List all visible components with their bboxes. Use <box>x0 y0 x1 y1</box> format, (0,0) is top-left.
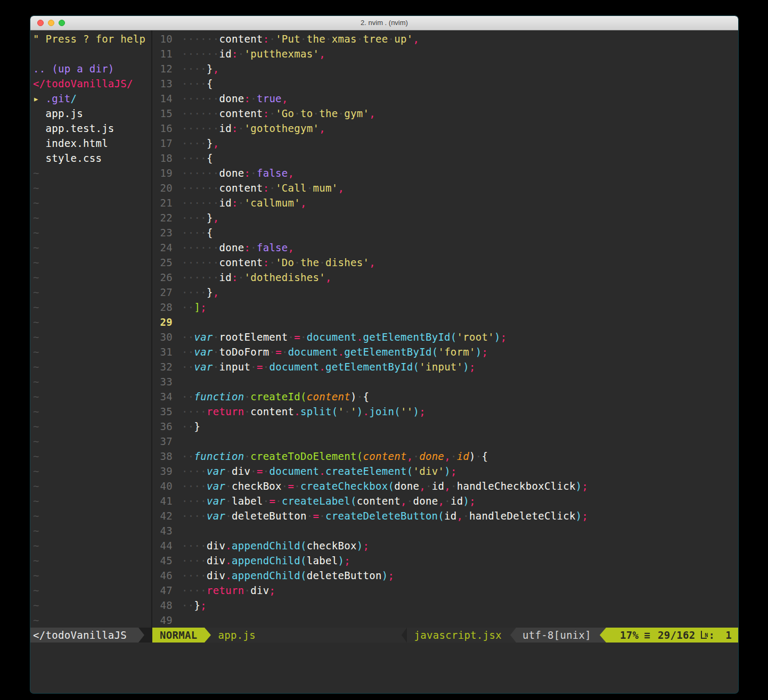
line-number-icon: N <box>701 631 707 639</box>
line-number: 25 <box>152 255 173 270</box>
code-line-21[interactable]: 21······id:·'callmum', <box>152 195 738 210</box>
code-line-11[interactable]: 11······id:·'putthexmas', <box>152 46 738 61</box>
code-line-38[interactable]: 38··function·createToDoElement(content,·… <box>152 449 738 464</box>
empty-line-tilde: ~ <box>33 613 151 628</box>
code-line-23[interactable]: 23····{ <box>152 225 738 240</box>
code-line-43[interactable]: 43 <box>152 523 738 538</box>
current-file-name: app.js <box>211 628 255 643</box>
empty-line-tilde: ~ <box>33 180 151 195</box>
code-text: ······content:·'Call·mum', <box>182 180 344 195</box>
code-line-17[interactable]: 17····}, <box>152 136 738 151</box>
code-text: ······done:·false, <box>182 240 294 255</box>
code-line-36[interactable]: 36··} <box>152 419 738 434</box>
line-number: 30 <box>152 330 173 344</box>
file-tree[interactable]: " Press ? for help.. (up a dir)</todoVan… <box>30 30 151 628</box>
code-buffer[interactable]: 10······content:·'Put·the·xmas·tree·up',… <box>152 30 738 628</box>
window-controls <box>37 20 65 26</box>
code-line-37[interactable]: 37 <box>152 434 738 449</box>
code-line-18[interactable]: 18····{ <box>152 151 738 166</box>
code-text: ··var·toDoForm·=·document.getElementById… <box>182 344 488 359</box>
line-number: 34 <box>152 389 173 404</box>
code-line-46[interactable]: 46····div.appendChild(deleteButton); <box>152 568 738 583</box>
code-line-48[interactable]: 48··}; <box>152 598 738 613</box>
code-line-24[interactable]: 24······done:·false, <box>152 240 738 255</box>
code-line-26[interactable]: 26······id:·'dothedishes', <box>152 270 738 285</box>
code-line-12[interactable]: 12····}, <box>152 61 738 76</box>
code-line-41[interactable]: 41····var·label·=·createLabel(content,·d… <box>152 493 738 508</box>
code-line-40[interactable]: 40····var·checkBox·=·createCheckbox(done… <box>152 479 738 493</box>
line-number: 15 <box>152 106 173 121</box>
status-line: </todoVanillaJS NORMAL app.js javascript… <box>30 628 738 643</box>
code-text: ····var·checkBox·=·createCheckbox(done,·… <box>182 479 588 493</box>
code-line-13[interactable]: 13····{ <box>152 76 738 91</box>
line-position: 29/162 <box>658 628 695 643</box>
code-text: ····}, <box>182 285 219 300</box>
code-line-49[interactable]: 49 <box>152 613 738 628</box>
line-number: 14 <box>152 91 173 106</box>
line-number: 45 <box>152 553 173 568</box>
code-line-29[interactable]: 29 <box>152 315 738 330</box>
code-line-28[interactable]: 28··]; <box>152 300 738 315</box>
code-line-42[interactable]: 42····var·deleteButton·=·createDeleteBut… <box>152 508 738 523</box>
code-line-33[interactable]: 33 <box>152 374 738 389</box>
tree-item-app-test-js[interactable]: app.test.js <box>33 121 151 136</box>
code-line-45[interactable]: 45····div.appendChild(label); <box>152 553 738 568</box>
code-line-10[interactable]: 10······content:·'Put·the·xmas·tree·up', <box>152 31 738 46</box>
code-text: ··}; <box>182 598 207 613</box>
line-number: 31 <box>152 344 173 359</box>
tree-item-app-js[interactable]: app.js <box>33 106 151 121</box>
code-text: ····{ <box>182 76 213 91</box>
powerline-arrow-right-icon <box>205 628 211 643</box>
code-line-20[interactable]: 20······content:·'Call·mum', <box>152 180 738 195</box>
code-line-25[interactable]: 25······content:·'Do·the·dishes', <box>152 255 738 270</box>
empty-line-tilde: ~ <box>33 344 151 359</box>
code-line-31[interactable]: 31··var·toDoForm·=·document.getElementBy… <box>152 344 738 359</box>
code-line-19[interactable]: 19······done:·false, <box>152 166 738 180</box>
powerline-chevron-left-icon <box>402 628 407 643</box>
title-bar[interactable]: 2. nvim . (nvim) <box>30 16 738 30</box>
line-number: 10 <box>152 31 173 46</box>
code-text: ··var·input·=·document.getElementById('i… <box>182 359 476 374</box>
zoom-button[interactable] <box>59 20 65 26</box>
tree-up-dir[interactable]: .. (up a dir) <box>33 61 151 76</box>
column-separator: : <box>709 628 715 643</box>
code-text: ··]; <box>182 300 207 315</box>
code-text: ······content:·'Put·the·xmas·tree·up', <box>182 31 419 46</box>
empty-line-tilde: ~ <box>33 389 151 404</box>
code-line-14[interactable]: 14······done:·true, <box>152 91 738 106</box>
minimize-button[interactable] <box>48 20 54 26</box>
code-line-35[interactable]: 35····return·content.split('·').join('')… <box>152 404 738 419</box>
code-line-30[interactable]: 30··var·rootElement·=·document.getElemen… <box>152 330 738 344</box>
code-line-34[interactable]: 34··function·createId(content)·{ <box>152 389 738 404</box>
line-number: 44 <box>152 538 173 553</box>
code-text: ····return·div; <box>182 583 275 598</box>
empty-line-tilde: ~ <box>33 210 151 225</box>
code-line-16[interactable]: 16······id:·'gotothegym', <box>152 121 738 136</box>
code-line-44[interactable]: 44····div.appendChild(checkBox); <box>152 538 738 553</box>
code-line-39[interactable]: 39····var·div·=·document.createElement('… <box>152 464 738 479</box>
empty-line-tilde: ~ <box>33 479 151 493</box>
tree-item-style-css[interactable]: style.css <box>33 151 151 166</box>
empty-line-tilde: ~ <box>33 404 151 419</box>
line-number: 18 <box>152 151 173 166</box>
tree-item-index-html[interactable]: index.html <box>33 136 151 151</box>
code-text: ····}, <box>182 210 219 225</box>
tree-item-git-dir[interactable]: ▸ .git/ <box>33 91 151 106</box>
code-text: ····}, <box>182 61 219 76</box>
code-line-15[interactable]: 15······content:·'Go·to·the·gym', <box>152 106 738 121</box>
empty-line-tilde: ~ <box>33 419 151 434</box>
empty-line-tilde: ~ <box>33 270 151 285</box>
code-line-32[interactable]: 32··var·input·=·document.getElementById(… <box>152 359 738 374</box>
code-text: ····var·deleteButton·=·createDeleteButto… <box>182 508 588 523</box>
tree-root[interactable]: </todoVanillaJS/ <box>33 76 151 91</box>
tree-statusline: </todoVanillaJS <box>30 628 152 643</box>
line-number: 11 <box>152 46 173 61</box>
code-line-27[interactable]: 27····}, <box>152 285 738 300</box>
mode-indicator: NORMAL <box>152 628 205 643</box>
line-number: 16 <box>152 121 173 136</box>
empty-line-tilde: ~ <box>33 449 151 464</box>
code-text: ··function·createId(content)·{ <box>182 389 369 404</box>
code-line-22[interactable]: 22····}, <box>152 210 738 225</box>
close-button[interactable] <box>37 20 44 26</box>
code-line-47[interactable]: 47····return·div; <box>152 583 738 598</box>
